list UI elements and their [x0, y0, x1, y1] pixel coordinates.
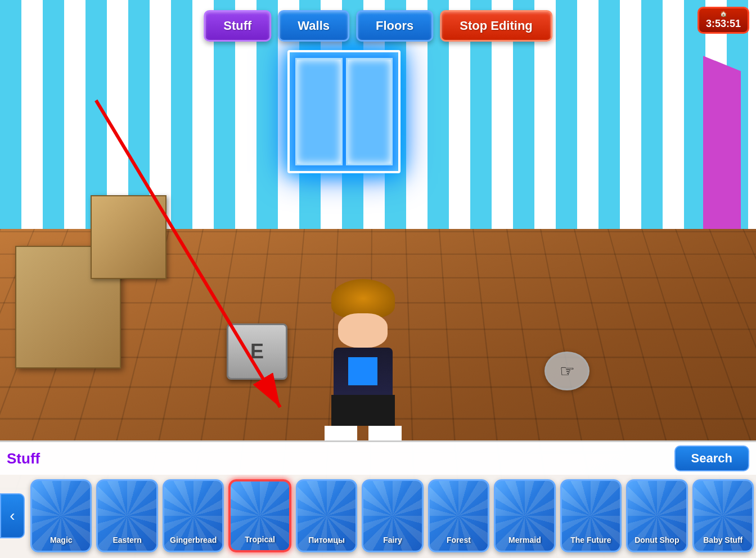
door-panel-right	[346, 58, 393, 165]
char-hair	[331, 279, 395, 318]
category-label-eastern: Eastern	[113, 536, 142, 545]
category-label-tropical: Tropical	[245, 535, 275, 544]
char-body-detail	[348, 357, 377, 385]
scroll-left-button[interactable]: ‹	[0, 493, 25, 538]
category-item-gingerbread[interactable]: Gingerbread	[163, 479, 224, 552]
category-label-mermaid: Mermaid	[508, 536, 541, 545]
bottom-header: Stuff Search	[0, 442, 756, 475]
category-item-tropical[interactable]: Tropical	[228, 479, 291, 552]
walls-button[interactable]: Walls	[278, 10, 349, 42]
box-small	[91, 195, 166, 279]
category-label-forest: Forest	[447, 536, 471, 545]
category-item-eastern[interactable]: Eastern	[96, 479, 158, 552]
timer-badge: 🏠 3:53:51	[698, 7, 749, 34]
category-label-magic: Magic	[50, 536, 73, 545]
category-items: MagicEasternGingerbreadTropicalПитомцыFa…	[28, 479, 756, 552]
timer-icon: 🏠	[720, 11, 727, 17]
category-row: ‹ MagicEasternGingerbreadTropicalПитомцы…	[0, 475, 756, 558]
category-item-pitomtsy[interactable]: Питомцы	[296, 479, 357, 552]
category-item-the-future[interactable]: The Future	[560, 479, 622, 552]
e-key-button: E	[227, 323, 287, 379]
door-window	[287, 50, 401, 173]
category-item-baby-stuff[interactable]: Baby Stuff	[692, 479, 754, 552]
character	[317, 279, 408, 435]
char-legs	[331, 395, 395, 426]
category-label-fairy: Fairy	[383, 536, 402, 545]
bottom-panel: Stuff Search ‹ MagicEasternGingerbreadTr…	[0, 440, 756, 558]
door-panel-left	[295, 58, 343, 165]
floors-button[interactable]: Floors	[356, 10, 433, 42]
stuff-title: Stuff	[7, 450, 40, 467]
stop-editing-button[interactable]: Stop Editing	[440, 10, 552, 42]
category-label-gingerbread: Gingerbread	[170, 536, 217, 545]
chevron-left-icon: ‹	[10, 507, 15, 525]
search-button[interactable]: Search	[674, 446, 749, 471]
char-body	[334, 348, 393, 394]
category-item-magic[interactable]: Magic	[30, 479, 92, 552]
category-item-donut-shop[interactable]: Donut Shop	[626, 479, 687, 552]
top-toolbar: Stuff Walls Floors Stop Editing	[204, 10, 552, 42]
char-head	[338, 313, 388, 348]
category-item-fairy[interactable]: Fairy	[362, 479, 423, 552]
category-item-mermaid[interactable]: Mermaid	[494, 479, 555, 552]
category-label-baby-stuff: Baby Stuff	[703, 536, 742, 545]
game-viewport: E ☞ Stuff Walls Floors Stop Editing	[0, 0, 756, 558]
category-label-pitomtsy: Питомцы	[308, 536, 345, 545]
stuff-button[interactable]: Stuff	[204, 10, 271, 42]
timer-value: 3:53:51	[706, 18, 741, 30]
category-item-forest[interactable]: Forest	[428, 479, 489, 552]
category-label-donut-shop: Donut Shop	[634, 536, 679, 545]
category-label-the-future: The Future	[570, 536, 611, 545]
